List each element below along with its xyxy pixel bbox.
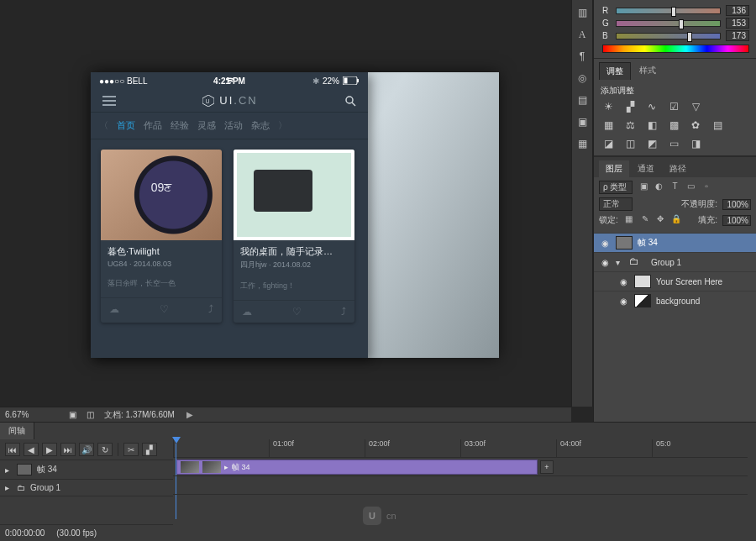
hue-strip[interactable] [602,45,749,53]
preview-icon-2[interactable]: ◫ [87,410,94,419]
add-clip-button[interactable]: + [540,460,554,474]
tab-paths[interactable]: 路径 [663,160,693,177]
filter-shape-icon[interactable]: ▭ [685,181,696,193]
next-frame-icon[interactable]: ⏭ [60,443,76,456]
heart-icon[interactable]: ♡ [160,303,169,315]
phone-tab-1[interactable]: 作品 [144,119,162,132]
value-g[interactable]: 153 [726,18,749,29]
tab-styles[interactable]: 样式 [633,62,663,80]
channel-mixer-icon[interactable]: ✿ [688,118,703,132]
hue-icon[interactable]: ▦ [601,118,616,132]
preview-icon[interactable]: ▣ [69,410,76,419]
phone-tab-3[interactable]: 灵感 [197,119,216,132]
histogram-icon[interactable]: ▥ [575,5,590,20]
search-icon[interactable] [344,95,356,107]
lock-move-icon[interactable]: ✥ [654,214,666,226]
threshold-icon[interactable]: ◩ [644,137,659,150]
goto-start-icon[interactable]: ⏮ [5,443,20,456]
phone-tab-5[interactable]: 杂志 [251,119,270,132]
posterize-icon[interactable]: ◫ [622,137,638,150]
layer-kind-dropdown[interactable]: ρ 类型 [599,181,633,194]
measure-icon[interactable]: ◎ [575,71,590,86]
heart-icon[interactable]: ♡ [292,306,302,318]
track-caret-icon[interactable]: ▸ [5,483,12,492]
track-1[interactable]: ▸ 🗀 Group 1 [0,480,173,496]
share-icon[interactable]: ⤴ [341,306,346,318]
phone-tab-home[interactable]: 首页 [117,119,135,132]
transition-icon[interactable]: ▞ [142,443,157,456]
phone-tab-4[interactable]: 活动 [224,119,243,132]
layer-row-3[interactable]: ◉ background [594,291,756,310]
timeline-lane-0[interactable]: ▸ 帧 34 + [173,458,748,476]
visibility-icon[interactable]: ◉ [599,258,611,267]
exposure-icon[interactable]: ☑ [666,100,681,113]
tab-channels[interactable]: 通道 [631,160,661,177]
prev-frame-icon[interactable]: ◀ [24,443,39,456]
brightness-icon[interactable]: ☀ [601,100,616,113]
filter-image-icon[interactable]: ▣ [638,181,649,193]
timeline-ruler[interactable]: 01:00f 02:00f 03:00f 04:00f 05:0 [173,439,748,458]
audio-icon[interactable]: 🔊 [79,443,94,456]
filter-type-icon[interactable]: T [669,181,681,193]
menu-icon[interactable] [102,96,116,106]
current-time[interactable]: 0:00:00:00 [5,528,45,538]
blend-mode-dropdown[interactable]: 正常 [599,197,633,211]
phone-tab-2[interactable]: 经验 [171,119,189,132]
gradient-map-icon[interactable]: ▭ [666,137,681,150]
comment-icon[interactable]: ☁ [242,306,252,318]
note-icon[interactable]: ▣ [575,114,590,129]
layer-row-0[interactable]: ◉ 帧 34 [594,233,756,252]
visibility-icon[interactable]: ◉ [617,297,629,306]
selective-icon[interactable]: ◨ [688,137,703,150]
timeline-lane-1[interactable] [173,476,748,495]
photo-filter-icon[interactable]: ▩ [666,118,681,132]
filter-smart-icon[interactable]: ▫ [701,181,712,193]
tab-layers[interactable]: 图层 [599,160,629,177]
slider-g[interactable] [616,20,721,27]
lock-pixels-icon[interactable]: ▦ [623,214,635,226]
status-bar: 6.67% ▣ ◫ 文档: 1.37M/6.60M ▶ [0,407,571,422]
bw-icon[interactable]: ◧ [644,118,659,132]
fill-input[interactable] [722,215,751,226]
timeline-clip[interactable]: ▸ 帧 34 + [176,460,538,475]
lock-brush-icon[interactable]: ✎ [639,214,651,226]
track-0[interactable]: ▸ 帧 34 [0,460,173,480]
split-icon[interactable]: ✂ [123,443,139,456]
tabs-prev-icon[interactable]: 〈 [99,119,108,132]
tab-adjust[interactable]: 调整 [599,62,631,80]
invert-icon[interactable]: ◪ [601,137,616,150]
slider-b[interactable] [616,33,721,39]
slider-r[interactable] [616,8,721,14]
folder-caret-icon[interactable]: ▾ [616,258,624,267]
vibrance-icon[interactable]: ▽ [688,100,703,113]
value-r[interactable]: 136 [726,5,749,16]
share-icon[interactable]: ⤴ [208,303,213,315]
swatches-icon[interactable]: ▦ [575,136,590,151]
filter-adjust-icon[interactable]: ◐ [654,181,665,193]
play-icon[interactable]: ▶ [42,443,57,456]
info-arrow-icon[interactable]: ▶ [186,410,193,419]
card-1[interactable]: 我的桌面，随手记录… 四月hjw · 2014.08.02 工作，fightin… [234,150,354,323]
zoom-value[interactable]: 6.67% [5,410,59,419]
visibility-icon[interactable]: ◉ [599,239,611,248]
type-icon[interactable]: A [575,27,590,42]
curves-icon[interactable]: ∿ [644,100,659,113]
visibility-icon[interactable]: ◉ [617,277,629,286]
opacity-input[interactable] [722,199,751,210]
loop-icon[interactable]: ↻ [97,443,113,456]
canvas-area[interactable]: ●●●○○ BELL 4:21 PM ✱ 22% U UI.CN [0,0,571,407]
levels-icon[interactable]: ▞ [622,100,638,113]
paragraph-icon[interactable]: ¶ [575,49,590,64]
lookup-icon[interactable]: ▤ [710,118,725,132]
lock-all-icon[interactable]: 🔒 [670,214,682,226]
balance-icon[interactable]: ⚖ [622,118,638,132]
layer-row-1[interactable]: ◉ ▾ 🗀 Group 1 [594,252,756,271]
value-b[interactable]: 173 [726,30,749,41]
layer-row-2[interactable]: ◉ Your Screen Here [594,271,756,291]
tabs-next-icon[interactable]: 〉 [278,119,287,132]
track-caret-icon[interactable]: ▸ [5,465,12,475]
grid-icon[interactable]: ▤ [575,92,590,108]
timeline-tab[interactable]: 间轴 [0,423,34,439]
card-0[interactable]: 暮色·Twilight UG84 · 2014.08.03 落日余晖，长空一色 … [101,150,222,323]
comment-icon[interactable]: ☁ [109,303,119,315]
